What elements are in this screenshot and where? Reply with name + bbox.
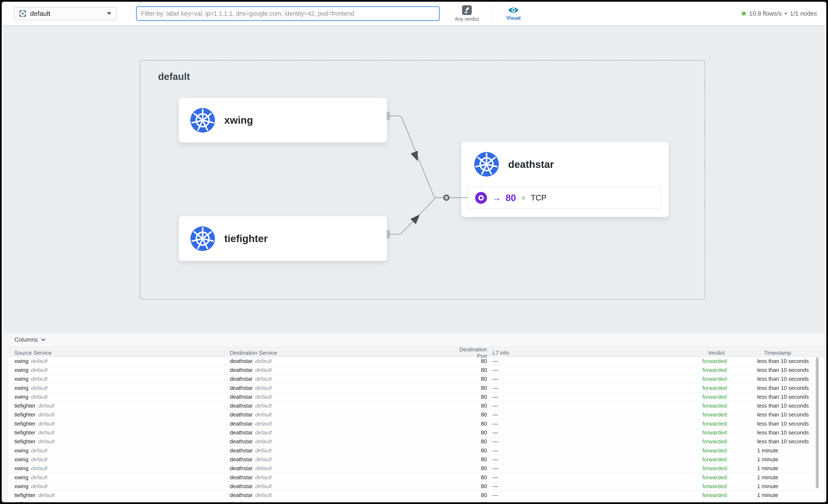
flows-table-header: Source Service Destination Service Desti… <box>8 346 824 357</box>
flows-table-panel: Columns Source Service Destination Servi… <box>8 333 824 502</box>
flow-row[interactable]: tiefighterdefault deathstardefault 80 — … <box>8 428 824 437</box>
access-point-icon <box>475 192 487 204</box>
verdict-filter-label: Any verdict <box>455 16 479 22</box>
columns-selector-label: Columns <box>14 336 38 343</box>
namespace-select[interactable]: default <box>14 7 117 20</box>
flow-row[interactable]: tiefighterdefault deathstardefault 80 — … <box>8 500 824 502</box>
visual-mode-tab[interactable]: Visual <box>502 6 525 21</box>
egress-connector <box>387 230 390 238</box>
hubble-ui-window: default Any verdict Visual <box>2 2 826 502</box>
namespace-icon <box>19 10 26 17</box>
col-timestamp[interactable]: Timestamp <box>757 350 824 356</box>
flow-row[interactable]: xwingdefault deathstardefault 80 — forwa… <box>8 384 824 393</box>
flow-row[interactable]: xwingdefault deathstardefault 80 — forwa… <box>8 455 824 464</box>
col-l7-info[interactable]: L7 info <box>487 350 702 356</box>
chevron-down-icon <box>41 338 46 341</box>
topbar-divider <box>492 5 493 21</box>
service-name: xwing <box>224 114 253 126</box>
service-map: default xwing tiefighter <box>4 26 824 333</box>
access-point-port: 80 <box>506 193 516 203</box>
status-dot-icon <box>742 11 746 16</box>
namespace-boundary-label: default <box>158 71 190 82</box>
flow-row[interactable]: xwingdefault deathstardefault 80 — forwa… <box>8 473 824 482</box>
flow-row[interactable]: xwingdefault deathstardefault 80 — forwa… <box>8 375 824 384</box>
kubernetes-icon <box>191 108 215 133</box>
flow-row[interactable]: xwingdefault deathstardefault 80 — forwa… <box>8 357 824 366</box>
topbar: default Any verdict Visual <box>2 2 826 26</box>
gavel-icon <box>462 5 472 15</box>
flow-row[interactable]: xwingdefault deathstardefault 80 — forwa… <box>8 482 824 491</box>
flows-table-body: xwingdefault deathstardefault 80 — forwa… <box>8 357 824 502</box>
flow-row[interactable]: tiefighterdefault deathstardefault 80 — … <box>8 419 824 428</box>
verdict-filter-button[interactable]: Any verdict <box>451 5 483 22</box>
flow-row[interactable]: xwingdefault deathstardefault 80 — forwa… <box>8 366 824 375</box>
col-verdict[interactable]: Verdict <box>702 350 757 356</box>
kubernetes-icon <box>191 226 215 251</box>
status-separator: • <box>785 10 787 17</box>
service-card-tiefighter[interactable]: tiefighter <box>179 216 387 261</box>
access-point-port-80[interactable]: → 80 TCP <box>467 187 662 209</box>
flow-row[interactable]: xwingdefault deathstardefault 80 — forwa… <box>8 393 824 402</box>
arrow-right-icon: → <box>492 193 501 203</box>
col-source-service[interactable]: Source Service <box>14 350 230 356</box>
egress-connector <box>387 111 390 120</box>
col-destination-service[interactable]: Destination Service <box>230 350 451 356</box>
dot-separator-icon <box>522 196 525 200</box>
chevron-down-icon <box>107 12 111 15</box>
flow-row[interactable]: tiefighterdefault deathstardefault 80 — … <box>8 402 824 410</box>
col-destination-port[interactable]: Destination Port <box>451 346 487 359</box>
table-scrollbar[interactable] <box>816 357 819 488</box>
flow-row[interactable]: tiefighterdefault deathstardefault 80 — … <box>8 411 824 419</box>
namespace-select-value: default <box>30 10 50 17</box>
flow-row[interactable]: tiefighterdefault deathstardefault 80 — … <box>8 491 824 500</box>
service-card-xwing[interactable]: xwing <box>179 98 387 142</box>
service-name: tiefighter <box>224 233 267 244</box>
visual-mode-label: Visual <box>506 15 521 21</box>
flow-filter-input[interactable] <box>136 6 440 21</box>
service-name: deathstar <box>508 158 554 170</box>
access-point-protocol: TCP <box>531 193 546 202</box>
cluster-status: 10.8 flows/s • 1/1 nodes <box>742 10 817 17</box>
eye-icon <box>508 6 519 14</box>
flow-row[interactable]: xwingdefault deathstardefault 80 — forwa… <box>8 446 824 455</box>
flow-row[interactable]: xwingdefault deathstardefault 80 — forwa… <box>8 464 824 473</box>
kubernetes-icon <box>474 152 499 177</box>
flow-row[interactable]: tiefighterdefault deathstardefault 80 — … <box>8 438 824 446</box>
columns-selector[interactable]: Columns <box>8 333 824 346</box>
nodes-count: 1/1 nodes <box>790 10 817 17</box>
service-card-deathstar[interactable]: deathstar → 80 TCP <box>461 142 669 217</box>
flows-rate: 10.8 flows/s <box>749 10 782 17</box>
